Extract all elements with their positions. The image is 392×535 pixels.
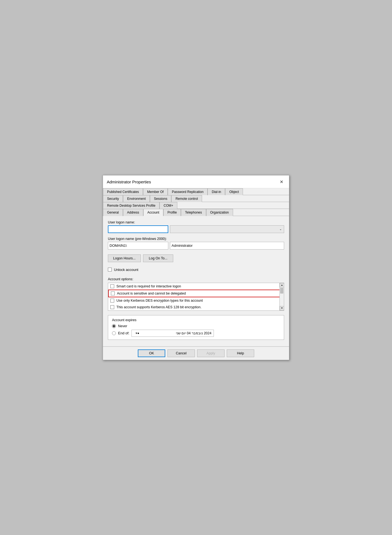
option-kerberos-aes-label: This account supports Kerberos AES 128 b…	[116, 305, 201, 309]
ok-button[interactable]: OK	[138, 349, 165, 357]
option-sensitive-account: Account is sensitive and cannot be deleg…	[108, 290, 284, 297]
prewin-domain-input[interactable]	[108, 242, 168, 250]
user-logon-name-label: User logon name:	[108, 220, 284, 224]
account-options-list: Smart card is required for interactive l…	[108, 283, 284, 311]
account-options-label: Account options:	[108, 277, 284, 281]
log-on-to-button[interactable]: Log On To...	[143, 254, 173, 262]
options-scrollbar: ▲ ▼	[279, 283, 284, 310]
help-button[interactable]: Help	[227, 349, 254, 357]
scroll-track-empty	[280, 294, 284, 306]
tab-row-2: Security Environment Sessions Remote con…	[103, 195, 289, 202]
option-kerberos-aes-checkbox[interactable]	[110, 305, 114, 309]
tab-com-plus[interactable]: COM+	[159, 202, 177, 209]
prewin-username-input[interactable]	[170, 242, 284, 250]
bottom-button-bar: OK Cancel Apply Help	[103, 346, 289, 360]
tab-telephones[interactable]: Telephones	[181, 209, 206, 216]
tab-profile[interactable]: Profile	[163, 209, 181, 216]
never-radio-row: Never	[112, 324, 280, 328]
unlock-account-checkbox[interactable]	[108, 268, 112, 271]
option-smart-card: Smart card is required for interactive l…	[108, 283, 284, 290]
administrator-properties-dialog: Administrator Properties ✕ Published Cer…	[103, 175, 289, 360]
close-button[interactable]: ✕	[278, 178, 285, 186]
tab-member-of[interactable]: Member Of	[143, 188, 168, 195]
tab-row-4: General Address Account Profile Telephon…	[103, 209, 289, 216]
tab-published-certificates[interactable]: Published Certificates	[103, 188, 143, 195]
tab-organization[interactable]: Organization	[206, 209, 233, 216]
option-smart-card-label: Smart card is required for interactive l…	[116, 284, 181, 288]
option-kerberos-des: Use only Kerberos DES encryption types f…	[108, 297, 284, 304]
account-expires-title: Account expires	[112, 318, 280, 322]
tab-row-1: Published Certificates Member Of Passwor…	[103, 188, 289, 195]
end-of-row: End of: 2024 נובמבר 04 יום שני ■▼	[112, 330, 280, 337]
option-sensitive-account-label: Account is sensitive and cannot be deleg…	[117, 292, 186, 295]
tab-general[interactable]: General	[103, 209, 123, 216]
logon-name-input[interactable]	[108, 225, 168, 233]
date-dropdown[interactable]: 2024 נובמבר 04 יום שני ■▼	[131, 330, 214, 337]
scroll-thumb[interactable]	[280, 288, 283, 293]
tab-remote-control[interactable]: Remote control	[171, 195, 202, 202]
never-label: Never	[118, 324, 127, 328]
unlock-account-row: Unlock account	[108, 268, 284, 272]
option-smart-card-checkbox[interactable]	[110, 284, 114, 288]
account-expires-section: Account expires Never End of: 2024 נובמב…	[108, 315, 284, 340]
never-radio[interactable]	[112, 324, 116, 328]
domain-dropdown-chevron-icon: ⌄	[279, 228, 282, 231]
tab-dial-in[interactable]: Dial-in	[208, 188, 225, 195]
domain-dropdown[interactable]: ⌄	[170, 225, 284, 233]
tab-row-3: Remote Desktop Services Profile COM+	[103, 202, 289, 209]
scroll-up-arrow-icon[interactable]: ▲	[280, 283, 284, 287]
tab-account[interactable]: Account	[143, 209, 163, 216]
unlock-account-label: Unlock account	[114, 268, 138, 272]
tab-password-replication[interactable]: Password Replication	[168, 188, 208, 195]
tab-object[interactable]: Object	[225, 188, 243, 195]
tab-remote-desktop-services-profile[interactable]: Remote Desktop Services Profile	[103, 202, 159, 209]
prewin-row	[108, 242, 284, 250]
tab-sessions[interactable]: Sessions	[150, 195, 172, 202]
logon-hours-button[interactable]: Logon Hours...	[108, 254, 141, 262]
date-value: 2024 נובמבר 04 יום שני	[176, 331, 212, 335]
logon-name-row: ⌄	[108, 225, 284, 233]
logon-buttons-row: Logon Hours... Log On To...	[108, 254, 284, 262]
apply-button[interactable]: Apply	[197, 349, 225, 357]
end-of-radio[interactable]	[112, 331, 116, 335]
tab-content-account: User logon name: ⌄ User logon name (pre-…	[103, 216, 289, 346]
option-kerberos-aes: This account supports Kerberos AES 128 b…	[108, 304, 284, 310]
tab-environment[interactable]: Environment	[123, 195, 150, 202]
tab-security[interactable]: Security	[103, 195, 123, 202]
title-bar: Administrator Properties ✕	[103, 175, 289, 188]
scroll-down-arrow-icon[interactable]: ▼	[280, 306, 284, 310]
cancel-button[interactable]: Cancel	[167, 349, 195, 357]
option-sensitive-account-checkbox[interactable]	[111, 292, 115, 295]
end-of-label: End of:	[118, 331, 129, 335]
prewin2000-label: User logon name (pre-Windows 2000):	[108, 237, 284, 241]
date-dropdown-icon: ■▼	[135, 332, 139, 335]
option-kerberos-des-checkbox[interactable]	[110, 299, 114, 302]
option-kerberos-des-label: Use only Kerberos DES encryption types f…	[116, 299, 203, 302]
dialog-title: Administrator Properties	[107, 180, 151, 184]
tabs-container: Published Certificates Member Of Passwor…	[103, 188, 289, 216]
tab-address[interactable]: Address	[123, 209, 143, 216]
